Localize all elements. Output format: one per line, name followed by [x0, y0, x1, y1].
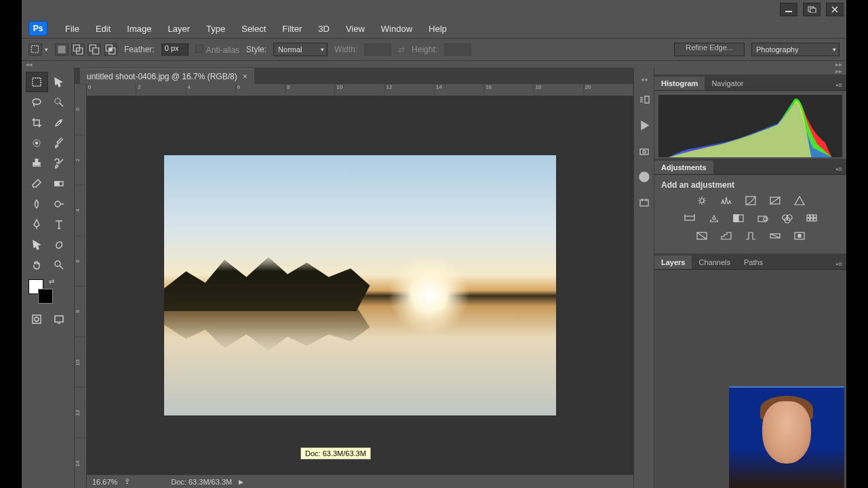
history-brush-tool[interactable] [48, 153, 71, 174]
tab-channels[interactable]: Channels [692, 256, 736, 269]
strip-icon-1[interactable] [638, 94, 650, 108]
svg-point-22 [55, 261, 60, 266]
color-swatches[interactable]: ⇄ [22, 277, 74, 308]
adj-exposure-icon[interactable] [768, 195, 782, 206]
adj-vibrance-icon[interactable] [793, 195, 806, 206]
minimize-button[interactable] [780, 3, 797, 16]
adj-channelmixer-icon[interactable] [781, 213, 794, 224]
tab-paths[interactable]: Paths [737, 256, 770, 269]
lasso-tool[interactable] [26, 92, 48, 113]
svg-point-16 [55, 98, 60, 104]
zoom-tool[interactable] [48, 255, 71, 275]
ruler-horizontal[interactable]: 02468101214161820 [87, 84, 633, 96]
menu-view[interactable]: View [338, 21, 373, 37]
panels-collapse-icon[interactable]: ▸▸ [654, 68, 846, 75]
menu-layer[interactable]: Layer [160, 21, 199, 37]
menu-help[interactable]: Help [420, 21, 455, 37]
adj-selectivecolor-icon[interactable] [793, 230, 806, 241]
adj-curves-icon[interactable] [744, 195, 757, 206]
stamp-tool[interactable] [26, 153, 48, 174]
tab-adjustments[interactable]: Adjustments [654, 161, 713, 174]
quick-select-tool[interactable] [48, 92, 71, 113]
menu-window[interactable]: Window [373, 21, 420, 37]
menu-file[interactable]: File [57, 21, 87, 37]
new-selection-icon[interactable] [55, 43, 68, 56]
style-select[interactable]: Normal [273, 43, 328, 56]
adj-bw-icon[interactable] [732, 213, 745, 224]
doc-info-menu-icon[interactable]: ▶ [239, 479, 243, 485]
collapse-left-icon[interactable]: ◂◂ [26, 61, 33, 68]
collapse-right-icon[interactable]: ▸▸ [835, 61, 842, 68]
adj-posterize-icon[interactable] [719, 230, 733, 241]
adj-brightness-icon[interactable] [695, 195, 709, 206]
crop-tool[interactable] [26, 113, 48, 133]
tab-close-icon[interactable]: × [243, 72, 248, 81]
strip-icon-5[interactable] [638, 197, 650, 211]
maximize-button[interactable] [803, 3, 821, 16]
quick-mask-tool[interactable] [26, 309, 48, 329]
menu-type[interactable]: Type [198, 21, 233, 37]
marquee-tool[interactable] [26, 72, 48, 92]
menu-filter[interactable]: Filter [274, 21, 310, 37]
pen-tool[interactable] [26, 214, 48, 235]
adj-photofilter-icon[interactable] [756, 213, 770, 224]
eraser-tool[interactable] [26, 174, 48, 194]
tab-navigator[interactable]: Navigator [705, 77, 750, 90]
intersect-selection-icon[interactable] [104, 43, 117, 56]
refine-edge-button[interactable]: Refine Edge... [674, 43, 745, 56]
shape-tool[interactable] [48, 235, 71, 255]
move-tool[interactable] [48, 72, 71, 92]
strip-icon-play[interactable] [638, 119, 650, 134]
svg-rect-20 [55, 182, 59, 186]
background-swatch[interactable] [38, 289, 53, 304]
menu-select[interactable]: Select [233, 21, 274, 37]
spot-heal-tool[interactable] [26, 133, 48, 153]
menu-3d[interactable]: 3D [310, 21, 338, 37]
blur-tool[interactable] [26, 194, 48, 214]
doc-info[interactable]: Doc: 63.3M/63.3M [171, 478, 232, 486]
tool-preset-picker[interactable] [28, 43, 42, 56]
width-label: Width: [334, 45, 357, 54]
adjustments-menu-icon[interactable]: ▪≡ [832, 164, 846, 174]
adj-gradientmap-icon[interactable] [768, 230, 782, 241]
gradient-tool[interactable] [48, 174, 71, 194]
adj-hue-icon[interactable] [683, 213, 696, 224]
eyedropper-tool[interactable] [48, 113, 71, 133]
layers-menu-icon[interactable]: ▪≡ [832, 259, 846, 269]
type-tool[interactable] [48, 214, 71, 235]
screen-mode-tool[interactable] [48, 309, 71, 329]
layers-panel-tabs: Layers Channels Paths ▪≡ [654, 253, 846, 270]
share-icon[interactable]: ⇪ [124, 477, 130, 486]
ruler-vertical[interactable]: 02468101214 [75, 84, 87, 488]
adj-levels-icon[interactable] [719, 195, 733, 206]
tab-histogram[interactable]: Histogram [654, 77, 705, 90]
adj-colorlookup-icon[interactable] [805, 213, 818, 224]
add-selection-icon[interactable] [71, 43, 85, 56]
canvas[interactable]: Doc: 63.3M/63.3M [87, 96, 633, 474]
svg-rect-13 [109, 48, 113, 52]
app-logo[interactable]: Ps [28, 21, 47, 36]
brush-tool[interactable] [48, 133, 71, 153]
histogram-menu-icon[interactable]: ▪≡ [832, 80, 846, 90]
zoom-level[interactable]: 16.67% [92, 478, 117, 486]
hand-tool[interactable] [26, 255, 48, 275]
adj-invert-icon[interactable] [695, 230, 709, 241]
dodge-tool[interactable] [48, 194, 71, 214]
adj-colorbalance-icon[interactable] [707, 213, 721, 224]
document-tab[interactable]: untitled shoot-0406.jpg @ 16.7% (RGB/8) … [80, 68, 254, 84]
strip-collapse-icon[interactable]: ◂◂ [641, 76, 648, 83]
menu-image[interactable]: Image [119, 21, 159, 37]
antialias-checkbox[interactable] [195, 45, 203, 53]
adj-threshold-icon[interactable] [744, 230, 757, 241]
subtract-selection-icon[interactable] [87, 43, 101, 56]
tab-layers[interactable]: Layers [654, 256, 692, 269]
feather-input[interactable]: 0 px [161, 43, 189, 56]
close-button[interactable] [826, 3, 844, 16]
menu-edit[interactable]: Edit [87, 21, 119, 37]
strip-icon-info[interactable]: i [638, 171, 650, 186]
strip-icon-3[interactable] [638, 145, 650, 160]
path-select-tool[interactable] [26, 235, 48, 255]
height-label: Height: [412, 45, 437, 54]
swap-colors-icon[interactable]: ⇄ [49, 278, 54, 285]
workspace-switcher[interactable]: Photography [751, 43, 840, 56]
